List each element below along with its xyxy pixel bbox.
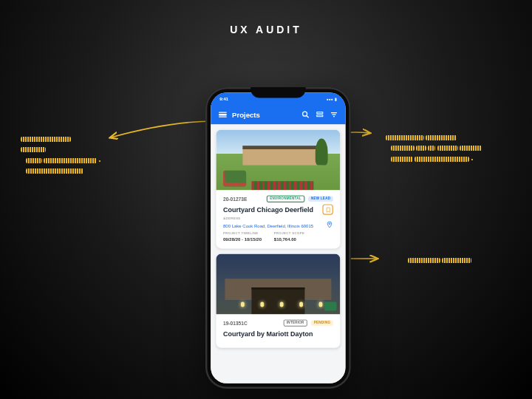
svg-rect-4 [317,115,323,117]
tag-environmental: ENVIRONMENTAL [266,195,304,202]
tag-pending: PENDING [311,321,333,326]
status-indicators: ●●●▮ [327,97,337,101]
search-icon[interactable] [301,110,310,119]
nav-bar: Projects [211,105,345,124]
annotation-top-right: • [386,133,511,165]
nav-title: Projects [232,111,296,119]
project-name: Courtyard by Mariott Dayton [223,330,333,338]
address-label: ADDRESS [223,216,333,220]
annotation-left: • [21,134,132,177]
tag-new-lead: NEW LEAD [308,197,332,202]
status-time: 9:41 [219,96,228,101]
project-card[interactable]: 19-01351C INTERIOR PENDING Courtyard by … [216,254,340,348]
project-id: 19-01351C [223,321,248,326]
scope-value: $10,764.00 [274,236,304,242]
scope-label: PROJECT SCOPE [274,232,304,236]
timeline-value: 09/28/20 - 10/15/20 [223,236,262,242]
project-image [216,130,340,191]
content-scroll[interactable]: 20-01273E ENVIRONMENTAL NEW LEAD Courtya… [211,124,345,383]
svg-point-1 [303,112,307,116]
map-pin-icon[interactable] [326,221,333,229]
bookmark-button[interactable] [322,204,332,214]
svg-rect-3 [317,112,323,114]
annotation-right [408,256,489,266]
project-image [216,254,340,315]
svg-line-2 [307,116,309,118]
project-id: 20-01273E [223,197,247,202]
filter-icon[interactable] [330,110,338,119]
timeline-label: PROJECT TIMELINE [223,232,262,236]
project-name: Courtyard Chicago Deerfield [223,206,313,214]
project-card[interactable]: 20-01273E ENVIRONMENTAL NEW LEAD Courtya… [216,130,340,249]
list-icon[interactable] [316,110,324,119]
svg-point-8 [329,223,330,225]
project-address[interactable]: 800 Lake Cook Road, Deerfield, Illinois … [223,221,333,229]
menu-icon[interactable] [218,110,227,119]
tag-interior: INTERIOR [283,319,307,327]
slide-title: UX AUDIT [0,24,532,35]
phone-mockup: 9:41 ●●●▮ Projects [205,87,351,389]
